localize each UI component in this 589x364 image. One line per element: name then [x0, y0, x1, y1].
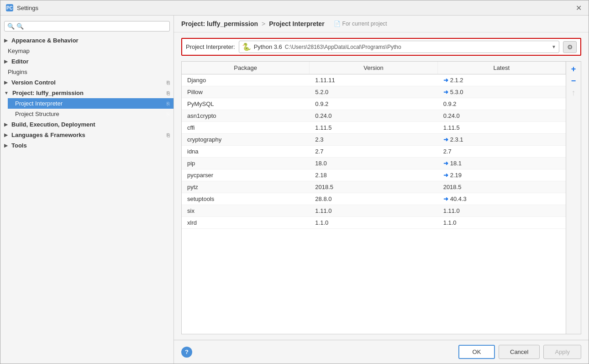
package-name: asn1crypto: [182, 110, 310, 121]
breadcrumb-current: Project Interpreter: [269, 20, 324, 27]
table-row[interactable]: pip18.0➜18.1: [182, 158, 566, 169]
update-arrow-icon: ➜: [443, 172, 448, 179]
dialog-buttons: OK Cancel Apply: [458, 345, 581, 359]
package-latest: ➜2.1.2: [438, 74, 566, 86]
sidebar-item-appearance[interactable]: ▶ Appearance & Behavior: [0, 35, 174, 46]
package-name: six: [182, 205, 310, 216]
chevron-icon: ▶: [4, 132, 8, 137]
sidebar-item-keymap[interactable]: Keymap: [0, 46, 174, 56]
table-row[interactable]: asn1crypto0.24.00.24.0: [182, 110, 566, 122]
table-row[interactable]: Pillow5.2.0➜5.3.0: [182, 86, 566, 98]
interpreter-selector[interactable]: 🐍 Python 3.6 C:\Users\28163\AppData\Loca…: [239, 41, 559, 53]
package-table-container: Package Version Latest Django1.11.11➜2.1…: [181, 61, 581, 334]
sidebar-child-label: Project Structure: [15, 111, 165, 117]
help-button[interactable]: ?: [181, 347, 192, 358]
sidebar-item-version-control[interactable]: ▶ Version Control ⎘: [0, 77, 174, 88]
for-current-label: 📄 For current project: [334, 21, 387, 27]
cancel-button[interactable]: Cancel: [499, 345, 540, 359]
sidebar-item-plugins[interactable]: Plugins: [0, 67, 174, 77]
table-row[interactable]: pycparser2.18➜2.19: [182, 169, 566, 181]
update-arrow-icon: ➜: [443, 195, 448, 202]
sidebar-item-project-interpreter[interactable]: Project Interpreter ⎘: [8, 98, 174, 109]
package-version: 1.11.11: [310, 74, 437, 86]
package-version: 2.18: [310, 169, 437, 181]
package-latest: 1.1.0: [438, 217, 566, 228]
sidebar-item-label: Appearance & Behavior: [11, 37, 170, 44]
interpreter-settings-button[interactable]: ⚙: [563, 41, 577, 53]
sidebar-project-children: Project Interpreter ⎘ Project Structure …: [0, 98, 174, 119]
sidebar-item-editor[interactable]: ▶ Editor: [0, 56, 174, 67]
package-latest: 1.11.5: [438, 122, 566, 133]
right-panel: Project: luffy_permission > Project Inte…: [174, 16, 589, 364]
update-arrow-icon: ➜: [443, 160, 448, 167]
add-package-button[interactable]: +: [568, 63, 579, 74]
table-row[interactable]: Django1.11.11➜2.1.2: [182, 74, 566, 86]
table-row[interactable]: setuptools28.8.0➜40.4.3: [182, 193, 566, 205]
package-name: Django: [182, 74, 310, 86]
breadcrumb-project: Project: luffy_permission: [181, 20, 258, 27]
sidebar-item-build[interactable]: ▶ Build, Execution, Deployment: [0, 119, 174, 130]
sidebar-item-project[interactable]: ▼ Project: luffy_permission ⎘: [0, 88, 174, 98]
table-row[interactable]: cryptography2.3➜2.3.1: [182, 134, 566, 146]
move-up-button[interactable]: ↑: [568, 87, 579, 98]
table-row[interactable]: cffi1.11.51.11.5: [182, 122, 566, 134]
package-latest: ➜2.3.1: [438, 134, 566, 145]
copy-icon: ⎘: [167, 80, 170, 85]
table-row[interactable]: pytz2018.52018.5: [182, 181, 566, 193]
sidebar-item-label: Tools: [11, 142, 170, 149]
package-latest: 2018.5: [438, 181, 566, 193]
settings-dialog: PC Settings ✕ 🔍 ▶ Appearance & Behavior …: [0, 0, 589, 364]
table-row[interactable]: six1.11.01.11.0: [182, 205, 566, 217]
remove-package-button[interactable]: −: [568, 75, 579, 86]
apply-button[interactable]: Apply: [543, 345, 581, 359]
package-version: 18.0: [310, 158, 437, 169]
package-latest: ➜40.4.3: [438, 193, 566, 205]
package-version: 1.11.5: [310, 122, 437, 133]
breadcrumb: Project: luffy_permission > Project Inte…: [174, 16, 589, 32]
table-actions: + − ↑: [566, 62, 581, 334]
search-input[interactable]: [16, 23, 167, 30]
update-arrow-icon: ➜: [443, 136, 448, 143]
package-latest: ➜5.3.0: [438, 86, 566, 98]
interpreter-row: Project Interpreter: 🐍 Python 3.6 C:\Use…: [181, 38, 581, 56]
sidebar-item-label: Languages & Frameworks: [11, 132, 164, 138]
interpreter-name: Python 3.6: [254, 43, 282, 50]
sidebar-item-tools[interactable]: ▶ Tools: [0, 140, 174, 151]
package-version: 0.9.2: [310, 98, 437, 110]
package-latest: 2.7: [438, 146, 566, 157]
close-button[interactable]: ✕: [574, 3, 583, 12]
main-content: 🔍 ▶ Appearance & Behavior Keymap ▶ Edito…: [0, 16, 589, 364]
update-arrow-icon: ➜: [443, 77, 448, 84]
table-row[interactable]: PyMySQL0.9.20.9.2: [182, 98, 566, 110]
table-row[interactable]: idna2.72.7: [182, 146, 566, 158]
sidebar-item-label: Editor: [11, 58, 170, 65]
package-latest: 1.11.0: [438, 205, 566, 216]
for-current-text: For current project: [342, 21, 387, 27]
title-bar-left: PC Settings: [6, 4, 38, 11]
package-version: 1.1.0: [310, 217, 437, 228]
sidebar-item-label: Project: luffy_permission: [12, 90, 164, 96]
package-name: idna: [182, 146, 310, 157]
content-area: Project Interpreter: 🐍 Python 3.6 C:\Use…: [174, 32, 589, 340]
header-version: Version: [310, 62, 437, 74]
package-name: pytz: [182, 181, 310, 193]
package-latest: 0.9.2: [438, 98, 566, 110]
sidebar-item-languages[interactable]: ▶ Languages & Frameworks ⎘: [0, 130, 174, 140]
chevron-icon: ▶: [4, 122, 8, 127]
ok-button[interactable]: OK: [458, 345, 495, 359]
table-row[interactable]: xlrd1.1.01.1.0: [182, 217, 566, 229]
sidebar: 🔍 ▶ Appearance & Behavior Keymap ▶ Edito…: [0, 16, 174, 364]
update-arrow-icon: ➜: [443, 89, 448, 95]
page-icon: 📄: [334, 21, 341, 27]
title-bar: PC Settings ✕: [0, 0, 589, 16]
chevron-icon: ▶: [4, 38, 8, 43]
copy-icon: ⎘: [167, 111, 170, 117]
bottom-bar: ? OK Cancel Apply: [174, 340, 589, 364]
sidebar-item-project-structure[interactable]: Project Structure ⎘: [8, 109, 174, 119]
sidebar-child-label: Project Interpreter: [15, 100, 165, 107]
copy-icon: ⎘: [167, 90, 170, 96]
window-title: Settings: [17, 5, 38, 11]
package-version: 1.11.0: [310, 205, 437, 216]
search-box[interactable]: 🔍: [4, 21, 170, 32]
app-icon: PC: [6, 4, 13, 11]
